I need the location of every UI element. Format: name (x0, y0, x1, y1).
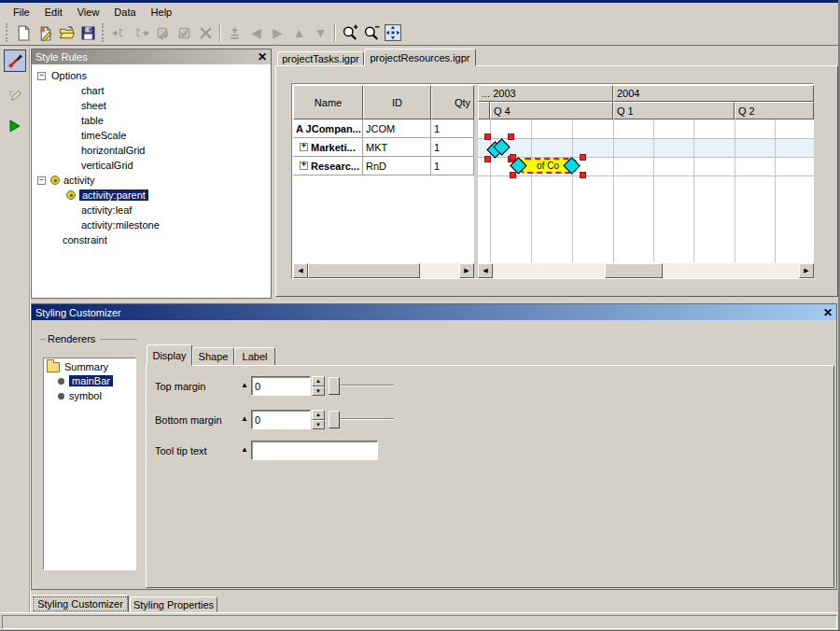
insert-after-icon[interactable] (131, 22, 152, 44)
top-margin-slider-thumb[interactable] (329, 377, 340, 395)
grid-line (572, 119, 573, 262)
tree-item-activity-leaf[interactable]: activity:leaf (32, 203, 271, 217)
tree-item-constraint[interactable]: constraint (32, 232, 271, 247)
selection-handle[interactable] (484, 156, 491, 162)
bottom-margin-slider-track[interactable] (340, 418, 394, 420)
bottom-tab-styling-properties[interactable]: Styling Properties (130, 596, 217, 612)
new-document-icon[interactable] (13, 22, 35, 44)
tree-item-chart[interactable]: chart (32, 83, 271, 98)
spinner-down-icon[interactable]: ▼ (312, 420, 325, 430)
spinner-down-icon[interactable]: ▼ (312, 386, 325, 397)
selected-activity-bar[interactable]: of Co (511, 157, 586, 176)
tree-item-activity-milestone[interactable]: activity:milestone (32, 217, 271, 232)
gantt-grid-area[interactable]: of Co (478, 119, 814, 262)
edit-pencil-icon[interactable] (4, 82, 26, 105)
spinner-up-icon[interactable]: ▲ (312, 376, 325, 386)
go-right-icon[interactable]: ▶ (267, 22, 288, 44)
mapping-triangle-icon: ▲ (241, 415, 248, 423)
tab-label[interactable]: Label (234, 347, 275, 366)
style-rules-brush-icon[interactable] (4, 49, 26, 72)
zoom-in-icon[interactable] (339, 22, 360, 44)
grid-line (478, 138, 814, 139)
tab-shape[interactable]: Shape (192, 347, 234, 366)
expand-icon[interactable]: + (300, 143, 308, 151)
collapse-icon[interactable]: − (37, 72, 46, 80)
expand-icon[interactable]: + (300, 161, 308, 170)
selection-handle[interactable] (484, 133, 491, 140)
table-cell-qty[interactable]: 1 (431, 157, 474, 175)
menu-edit[interactable]: Edit (37, 5, 70, 20)
edit-rule-icon[interactable] (152, 22, 174, 44)
selection-handle[interactable] (510, 154, 516, 161)
bottom-margin-slider-thumb[interactable] (329, 411, 340, 428)
bottom-margin-input[interactable] (251, 410, 311, 429)
table-cell-id[interactable]: MKT (363, 138, 431, 157)
tree-item-verticalgrid[interactable]: verticalGrid (32, 158, 271, 173)
renderer-item-symbol[interactable]: symbol (44, 388, 135, 403)
tree-item-sheet[interactable]: sheet (32, 98, 271, 113)
toolbar-grip[interactable] (6, 23, 10, 42)
column-header-qty[interactable]: Qty (431, 85, 474, 119)
tree-item-table[interactable]: table (32, 113, 271, 128)
tooltip-text-input[interactable] (251, 441, 378, 460)
tree-item-timescale[interactable]: timeScale (32, 128, 271, 143)
add-remove-icon[interactable] (224, 22, 245, 44)
zoom-out-icon[interactable] (360, 22, 382, 44)
tab-projecttasks[interactable]: projectTasks.igpr (277, 51, 364, 66)
table-cell-name[interactable]: A JCompan... (293, 119, 363, 138)
tree-item-activity-parent[interactable]: activity:parent (32, 188, 271, 203)
tree-item-options[interactable]: − Options (32, 68, 271, 83)
scrollbar-thumb[interactable] (308, 263, 420, 278)
column-header-name[interactable]: Name (293, 85, 363, 119)
renderer-item-summary[interactable]: Summary (44, 358, 135, 373)
check-rule-icon[interactable] (174, 22, 195, 44)
go-down-icon[interactable]: ▼ (310, 22, 331, 44)
selection-handle[interactable] (508, 133, 514, 140)
scroll-left-icon[interactable]: ◀ (293, 263, 308, 278)
styling-customizer-title: Styling Customizer (35, 307, 121, 318)
menu-view[interactable]: View (70, 5, 107, 20)
table-cell-qty[interactable]: 1 (431, 119, 474, 138)
selection-handle[interactable] (510, 172, 516, 178)
selection-handle[interactable] (580, 154, 586, 161)
tab-display[interactable]: Display (147, 344, 192, 366)
tree-item-horizontalgrid[interactable]: horizontalGrid (32, 143, 271, 158)
table-cell-qty[interactable]: 1 (431, 138, 474, 157)
bottom-tab-styling-customizer[interactable]: Styling Customizer (32, 595, 129, 612)
scroll-right-icon[interactable]: ▶ (799, 263, 814, 278)
fit-to-view-icon[interactable] (382, 22, 403, 44)
collapse-icon[interactable]: − (37, 176, 46, 185)
table-cell-name[interactable]: + Researc... (293, 157, 363, 175)
tree-item-activity[interactable]: − activity (32, 173, 271, 188)
close-icon[interactable]: ✕ (258, 51, 267, 63)
close-icon[interactable]: ✕ (823, 307, 833, 318)
tab-projectresources[interactable]: projectResources.igpr (364, 49, 476, 66)
go-up-icon[interactable]: ▲ (288, 22, 310, 44)
table-cell-id[interactable]: RnD (363, 157, 431, 175)
delete-icon[interactable] (195, 22, 217, 44)
menu-data[interactable]: Data (106, 5, 143, 20)
run-icon[interactable] (4, 115, 26, 137)
chart-hscrollbar[interactable]: ◀ ▶ (478, 263, 814, 278)
selection-handle[interactable] (580, 172, 586, 178)
menu-file[interactable]: File (6, 5, 37, 20)
open-icon[interactable] (56, 22, 77, 44)
scroll-right-icon[interactable]: ▶ (459, 263, 474, 278)
table-hscrollbar[interactable]: ◀ ▶ (293, 263, 474, 278)
new-wizard-icon[interactable] (35, 22, 56, 44)
insert-before-icon[interactable] (109, 22, 131, 44)
toolbar-grip[interactable] (102, 23, 106, 42)
go-left-icon[interactable]: ◀ (245, 22, 267, 44)
top-margin-input[interactable] (251, 376, 311, 396)
save-icon[interactable] (77, 22, 99, 44)
scrollbar-thumb[interactable] (605, 263, 663, 278)
table-cell-id[interactable]: JCOM (363, 119, 431, 138)
renderer-bullet-icon (58, 393, 64, 400)
renderer-item-mainbar[interactable]: mainBar (44, 373, 135, 388)
menu-help[interactable]: Help (144, 5, 180, 20)
column-header-id[interactable]: ID (363, 85, 431, 119)
top-margin-slider-track[interactable] (340, 385, 394, 386)
table-cell-name[interactable]: + Marketi... (293, 138, 363, 157)
spinner-up-icon[interactable]: ▲ (312, 410, 325, 420)
scroll-left-icon[interactable]: ◀ (478, 263, 493, 278)
